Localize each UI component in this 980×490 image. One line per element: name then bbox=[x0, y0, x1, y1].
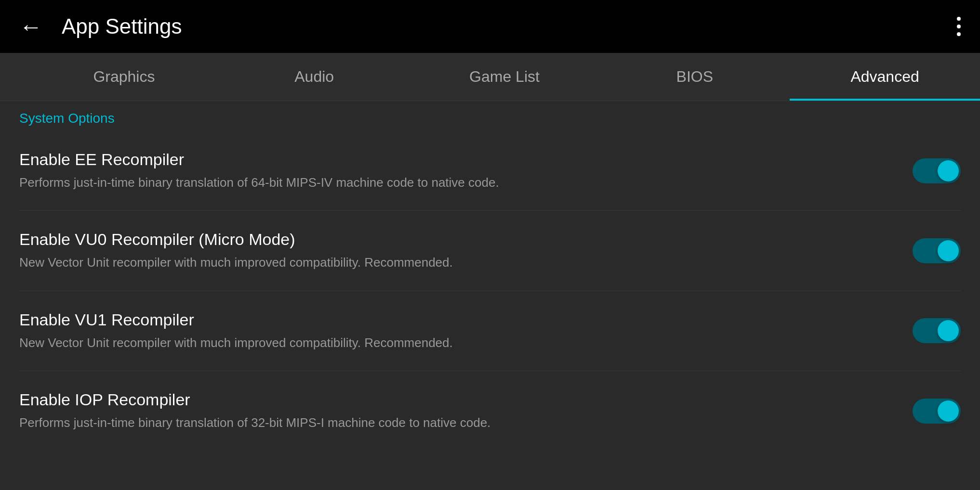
more-dot-3 bbox=[957, 32, 961, 36]
settings-content: Enable EE Recompiler Performs just-in-ti… bbox=[0, 131, 980, 451]
section-header-text: System Options bbox=[19, 111, 115, 126]
section-header: System Options bbox=[0, 101, 980, 131]
toggle-vu0-thumb bbox=[938, 240, 959, 261]
toggle-ee-recompiler[interactable] bbox=[913, 158, 961, 183]
tab-advanced[interactable]: Advanced bbox=[790, 53, 980, 101]
setting-vu1-text: Enable VU1 Recompiler New Vector Unit re… bbox=[19, 310, 913, 351]
setting-ee-text: Enable EE Recompiler Performs just-in-ti… bbox=[19, 150, 913, 191]
more-options-button[interactable] bbox=[957, 17, 961, 36]
setting-ee-title: Enable EE Recompiler bbox=[19, 150, 884, 169]
setting-vu0-description: New Vector Unit recompiler with much imp… bbox=[19, 254, 884, 271]
setting-ee-recompiler: Enable EE Recompiler Performs just-in-ti… bbox=[19, 131, 961, 211]
toggle-vu1-recompiler[interactable] bbox=[913, 318, 961, 343]
setting-vu0-title: Enable VU0 Recompiler (Micro Mode) bbox=[19, 230, 884, 249]
back-button[interactable]: ← bbox=[19, 13, 42, 40]
setting-iop-title: Enable IOP Recompiler bbox=[19, 390, 884, 409]
setting-iop-recompiler: Enable IOP Recompiler Performs just-in-t… bbox=[19, 371, 961, 451]
toggle-vu0-recompiler[interactable] bbox=[913, 238, 961, 263]
setting-iop-text: Enable IOP Recompiler Performs just-in-t… bbox=[19, 390, 913, 431]
tab-bios[interactable]: BIOS bbox=[599, 53, 790, 101]
setting-vu1-description: New Vector Unit recompiler with much imp… bbox=[19, 334, 884, 351]
app-bar-title: App Settings bbox=[62, 14, 182, 39]
more-dot-2 bbox=[957, 25, 961, 28]
toggle-iop-thumb bbox=[938, 400, 959, 422]
setting-iop-description: Performs just-in-time binary translation… bbox=[19, 414, 884, 431]
setting-vu1-recompiler: Enable VU1 Recompiler New Vector Unit re… bbox=[19, 291, 961, 371]
setting-vu0-recompiler: Enable VU0 Recompiler (Micro Mode) New V… bbox=[19, 211, 961, 291]
toggle-iop-recompiler[interactable] bbox=[913, 399, 961, 424]
setting-vu1-title: Enable VU1 Recompiler bbox=[19, 310, 884, 329]
app-bar-left: ← App Settings bbox=[19, 13, 182, 40]
setting-ee-description: Performs just-in-time binary translation… bbox=[19, 174, 884, 191]
more-dot-1 bbox=[957, 17, 961, 21]
setting-vu0-text: Enable VU0 Recompiler (Micro Mode) New V… bbox=[19, 230, 913, 271]
toggle-ee-thumb bbox=[938, 160, 959, 181]
tab-game-list[interactable]: Game List bbox=[410, 53, 600, 101]
tabs-container: Graphics Audio Game List BIOS Advanced bbox=[0, 53, 980, 101]
tab-audio[interactable]: Audio bbox=[219, 53, 410, 101]
tab-partial-left bbox=[0, 53, 29, 101]
app-bar: ← App Settings bbox=[0, 0, 980, 53]
tab-graphics[interactable]: Graphics bbox=[29, 53, 219, 101]
